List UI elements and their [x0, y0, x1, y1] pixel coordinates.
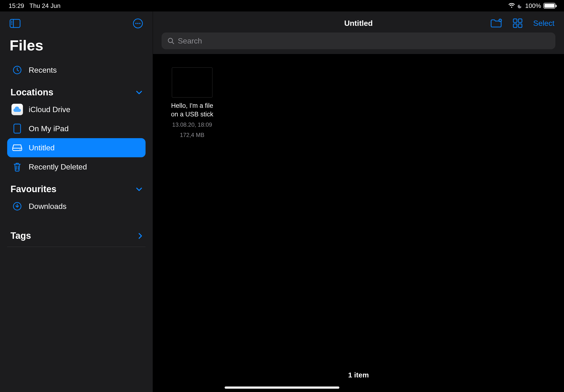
sidebar: Files Recents Locations iCl [0, 12, 153, 392]
section-locations-header[interactable]: Locations [7, 80, 146, 100]
sidebar-item-label: iCloud Drive [29, 105, 70, 114]
external-drive-icon [12, 142, 23, 154]
svg-rect-0 [10, 19, 20, 28]
sidebar-item-recents[interactable]: Recents [7, 60, 146, 80]
sidebar-item-recently-deleted[interactable]: Recently Deleted [7, 157, 146, 176]
grid-view-icon[interactable] [513, 18, 523, 28]
svg-rect-20 [518, 24, 522, 28]
download-circle-icon [12, 200, 23, 212]
clock-icon [12, 64, 23, 76]
file-grid: Hello, I'm a file on a USB stick 13.08.2… [153, 54, 564, 392]
search-icon [167, 37, 175, 44]
sidebar-title: Files [7, 37, 146, 54]
home-indicator[interactable] [225, 387, 339, 389]
section-label: Favourites [11, 184, 56, 194]
sidebar-item-label: Untitled [29, 143, 55, 152]
status-time: 15:29 [9, 2, 24, 10]
sidebar-item-label: On My iPad [29, 124, 69, 133]
svg-rect-17 [513, 19, 517, 22]
sidebar-item-downloads[interactable]: Downloads [7, 197, 146, 216]
svg-point-7 [137, 23, 138, 24]
svg-point-12 [20, 149, 21, 150]
svg-rect-18 [518, 19, 522, 22]
file-name: Hello, I'm a file on a USB stick [168, 101, 216, 119]
file-size: 172,4 MB [168, 131, 216, 139]
sidebar-item-label: Downloads [29, 202, 67, 211]
new-folder-icon[interactable] [490, 18, 502, 28]
search-input[interactable] [178, 37, 550, 45]
sidebar-item-label: Recently Deleted [29, 163, 87, 171]
svg-line-22 [172, 42, 174, 44]
file-date: 13.08.20, 18:09 [168, 121, 216, 129]
status-bar: 15:29 Thu 24 Jun 100% [0, 0, 564, 12]
sidebar-item-icloud-drive[interactable]: iCloud Drive [7, 100, 146, 119]
sidebar-item-on-my-ipad[interactable]: On My iPad [7, 119, 146, 138]
item-count: 1 item [153, 371, 564, 379]
ellipsis-circle-icon[interactable] [133, 18, 143, 29]
sidebar-toggle-icon[interactable] [10, 19, 21, 28]
wifi-icon [508, 3, 515, 8]
dnd-moon-icon [518, 3, 523, 8]
status-date: Thu 24 Jun [29, 2, 60, 10]
page-title: Untitled [344, 19, 372, 28]
svg-point-8 [139, 23, 140, 24]
section-favourites-header[interactable]: Favourites [7, 176, 146, 197]
section-tags-header[interactable]: Tags [7, 223, 146, 247]
file-thumbnail [172, 67, 212, 98]
main-panel: Untitled Select [153, 12, 564, 392]
icloud-drive-icon [12, 104, 23, 115]
svg-rect-10 [14, 124, 21, 133]
search-field[interactable] [162, 32, 555, 49]
sidebar-item-untitled[interactable]: Untitled [7, 138, 146, 157]
trash-icon [12, 161, 23, 173]
svg-rect-19 [513, 24, 517, 28]
main-header: Untitled Select [153, 12, 564, 32]
chevron-down-icon [136, 187, 142, 191]
battery-icon [543, 3, 555, 9]
chevron-down-icon [136, 91, 142, 94]
sidebar-item-label: Recents [29, 66, 57, 75]
file-item[interactable]: Hello, I'm a file on a USB stick 13.08.2… [168, 67, 216, 139]
select-button[interactable]: Select [533, 19, 554, 28]
chevron-right-icon [138, 233, 142, 239]
section-label: Tags [11, 231, 31, 241]
ipad-icon [12, 123, 23, 134]
battery-percent: 100% [525, 2, 541, 10]
svg-point-6 [135, 23, 137, 24]
section-label: Locations [11, 87, 53, 98]
